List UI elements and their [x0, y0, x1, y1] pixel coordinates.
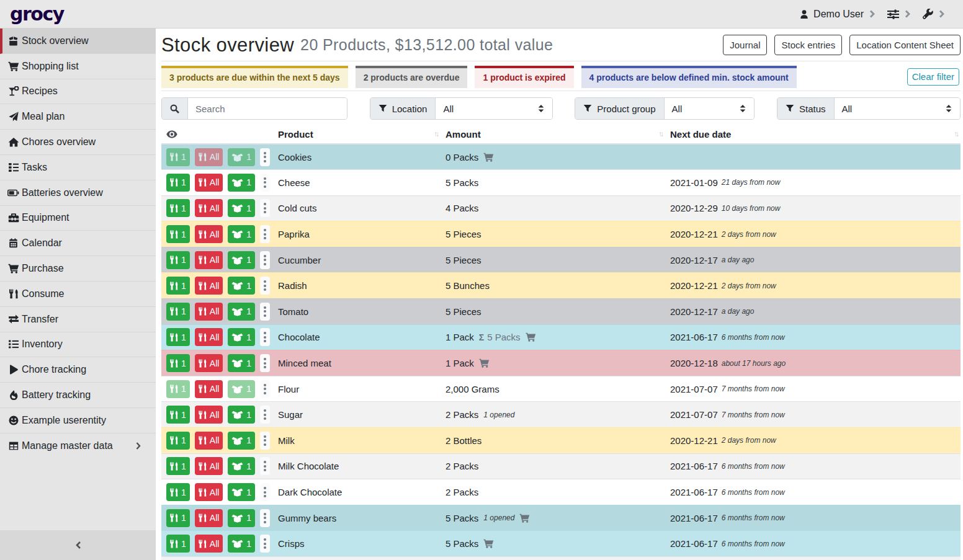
- open-one-button[interactable]: 1: [228, 535, 255, 553]
- sidebar-item-purchase[interactable]: Purchase: [0, 256, 156, 282]
- stock-entries-button[interactable]: Stock entries: [774, 35, 842, 55]
- user-menu[interactable]: Demo User: [799, 9, 875, 20]
- consume-all-button[interactable]: All: [195, 457, 223, 475]
- consume-one-button[interactable]: 1: [166, 509, 190, 527]
- consume-one-button[interactable]: 1: [166, 251, 190, 269]
- journal-button[interactable]: Journal: [723, 35, 767, 55]
- sidebar-item-stock-overview[interactable]: Stock overview: [0, 29, 156, 54]
- consume-one-button[interactable]: 1: [166, 328, 190, 346]
- row-menu-button[interactable]: [260, 251, 270, 269]
- location-filter-select[interactable]: All: [436, 98, 552, 119]
- consume-all-button[interactable]: All: [195, 174, 223, 192]
- sidebar-item-battery-tracking[interactable]: Battery tracking: [0, 383, 156, 408]
- consume-all-button[interactable]: All: [195, 509, 223, 527]
- sidebar-item-equipment[interactable]: Equipment: [0, 206, 156, 231]
- column-header-amount[interactable]: Amount↑↓: [441, 124, 665, 144]
- sidebar-item-calendar[interactable]: Calendar: [0, 231, 156, 256]
- sidebar-item-transfer[interactable]: Transfer: [0, 307, 156, 332]
- consume-one-button[interactable]: 1: [166, 354, 190, 372]
- column-header-next-due-date[interactable]: Next due date↑↓: [665, 124, 961, 144]
- info-box-due-soon[interactable]: 3 products are due within the next 5 day…: [161, 66, 348, 88]
- consume-one-button[interactable]: 1: [166, 303, 190, 321]
- open-one-button[interactable]: 1: [228, 509, 255, 527]
- consume-all-button[interactable]: All: [195, 148, 223, 166]
- row-menu-button[interactable]: [260, 174, 270, 192]
- sidebar-item-batteries-overview[interactable]: Batteries overview: [0, 180, 156, 206]
- column-toggle-header[interactable]: [161, 124, 273, 144]
- open-one-button[interactable]: 1: [228, 483, 255, 501]
- consume-one-button[interactable]: 1: [166, 432, 190, 450]
- sidebar-item-recipes[interactable]: Recipes: [0, 79, 156, 105]
- open-one-button[interactable]: 1: [228, 225, 255, 243]
- row-menu-button[interactable]: [260, 432, 270, 450]
- settings-menu[interactable]: [887, 9, 910, 19]
- search-input[interactable]: [188, 98, 347, 119]
- consume-one-button[interactable]: 1: [166, 174, 190, 192]
- sidebar-item-chores-overview[interactable]: Chores overview: [0, 130, 156, 155]
- open-one-button[interactable]: 1: [228, 328, 255, 346]
- row-menu-button[interactable]: [260, 277, 270, 295]
- consume-one-button[interactable]: 1: [166, 535, 190, 553]
- consume-one-button[interactable]: 1: [166, 380, 190, 398]
- consume-all-button[interactable]: All: [195, 303, 223, 321]
- row-menu-button[interactable]: [260, 406, 270, 424]
- sidebar-item-manage-master-data[interactable]: Manage master data: [0, 433, 156, 459]
- open-one-button[interactable]: 1: [228, 457, 255, 475]
- sidebar-item-chore-tracking[interactable]: Chore tracking: [0, 357, 156, 383]
- open-one-button[interactable]: 1: [228, 174, 255, 192]
- location-content-sheet-button[interactable]: Location Content Sheet: [849, 35, 961, 55]
- sidebar-item-inventory[interactable]: Inventory: [0, 332, 156, 358]
- consume-one-button[interactable]: 1: [166, 199, 190, 217]
- consume-all-button[interactable]: All: [195, 328, 223, 346]
- consume-all-button[interactable]: All: [195, 432, 223, 450]
- open-one-button[interactable]: 1: [228, 251, 255, 269]
- info-box-expired[interactable]: 1 product is expired: [475, 66, 573, 88]
- consume-one-button[interactable]: 1: [166, 483, 190, 501]
- sidebar-item-tasks[interactable]: Tasks: [0, 155, 156, 180]
- consume-one-button[interactable]: 1: [166, 457, 190, 475]
- consume-all-button[interactable]: All: [195, 199, 223, 217]
- row-menu-button[interactable]: [260, 148, 270, 166]
- row-menu-button[interactable]: [260, 225, 270, 243]
- sidebar-item-shopping-list[interactable]: Shopping list: [0, 54, 156, 79]
- consume-one-button[interactable]: 1: [166, 277, 190, 295]
- consume-all-button[interactable]: All: [195, 535, 223, 553]
- clear-filter-button[interactable]: Clear filter: [907, 68, 959, 86]
- row-menu-button[interactable]: [260, 303, 270, 321]
- info-box-below-min[interactable]: 4 products are below defined min. stock …: [581, 66, 797, 88]
- open-one-button[interactable]: 1: [228, 406, 255, 424]
- info-box-overdue[interactable]: 2 products are overdue: [356, 66, 468, 88]
- sidebar-item-consume[interactable]: Consume: [0, 282, 156, 307]
- row-menu-button[interactable]: [260, 509, 270, 527]
- row-menu-button[interactable]: [260, 380, 270, 398]
- row-menu-button[interactable]: [260, 354, 270, 372]
- open-one-button[interactable]: 1: [228, 380, 255, 398]
- consume-one-button[interactable]: 1: [166, 148, 190, 166]
- open-one-button[interactable]: 1: [228, 199, 255, 217]
- open-one-button[interactable]: 1: [228, 277, 255, 295]
- consume-all-button[interactable]: All: [195, 354, 223, 372]
- row-menu-button[interactable]: [260, 199, 270, 217]
- sidebar-collapse-toggle[interactable]: [0, 530, 156, 560]
- consume-all-button[interactable]: All: [195, 251, 223, 269]
- grocy-logo[interactable]: grocy: [10, 5, 64, 24]
- consume-all-button[interactable]: All: [195, 277, 223, 295]
- open-one-button[interactable]: 1: [228, 354, 255, 372]
- consume-all-button[interactable]: All: [195, 225, 223, 243]
- consume-one-button[interactable]: 1: [166, 225, 190, 243]
- product-group-filter-select[interactable]: All: [665, 98, 755, 119]
- status-filter-select[interactable]: All: [835, 98, 960, 119]
- row-menu-button[interactable]: [260, 457, 270, 475]
- consume-all-button[interactable]: All: [195, 483, 223, 501]
- row-menu-button[interactable]: [260, 328, 270, 346]
- row-menu-button[interactable]: [260, 483, 270, 501]
- consume-one-button[interactable]: 1: [166, 406, 190, 424]
- consume-all-button[interactable]: All: [195, 406, 223, 424]
- admin-menu[interactable]: [923, 9, 944, 19]
- consume-all-button[interactable]: All: [195, 380, 223, 398]
- row-menu-button[interactable]: [260, 535, 270, 553]
- open-one-button[interactable]: 1: [228, 148, 255, 166]
- sidebar-item-meal-plan[interactable]: Meal plan: [0, 104, 156, 130]
- open-one-button[interactable]: 1: [228, 432, 255, 450]
- open-one-button[interactable]: 1: [228, 303, 255, 321]
